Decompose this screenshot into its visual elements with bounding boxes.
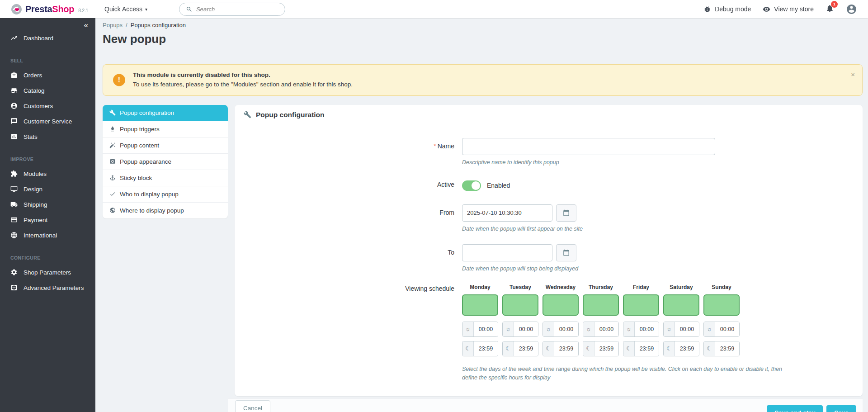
- eye-icon: [763, 5, 770, 13]
- tab-sticky-block[interactable]: Sticky block: [103, 170, 228, 186]
- day-toggle-block[interactable]: [583, 294, 619, 316]
- view-my-store-button[interactable]: View my store: [763, 5, 814, 13]
- end-time-input[interactable]: [715, 341, 739, 356]
- active-toggle[interactable]: [462, 180, 481, 191]
- prestashop-squirrel-icon: [11, 4, 22, 15]
- notifications-button[interactable]: 1: [826, 4, 834, 14]
- tab-popup-configuration[interactable]: Popup configuration: [103, 105, 228, 121]
- debug-mode-label: Debug mode: [715, 5, 751, 13]
- sidebar-item-orders[interactable]: Orders: [0, 68, 95, 82]
- sidebar-item-international[interactable]: International: [0, 228, 95, 242]
- end-time-input[interactable]: [514, 341, 538, 356]
- active-label: Active: [242, 178, 462, 204]
- sidebar-item-label: Design: [24, 186, 42, 193]
- moon-icon: ☾: [543, 341, 554, 356]
- to-date-input[interactable]: [462, 244, 552, 261]
- globe-icon: [109, 207, 116, 213]
- sidebar-item-modules[interactable]: Modules: [0, 166, 95, 181]
- day-toggle-block[interactable]: [542, 294, 579, 316]
- sun-icon: ☼: [704, 322, 715, 336]
- sun-icon: ☼: [664, 322, 675, 336]
- sidebar-item-label: Shipping: [24, 201, 47, 208]
- save-button[interactable]: Save: [826, 405, 856, 412]
- sidebar-item-payment[interactable]: Payment: [0, 213, 95, 227]
- bar-chart-icon: [10, 133, 18, 140]
- search-bar[interactable]: [179, 3, 285, 16]
- end-time-input[interactable]: [474, 341, 498, 356]
- name-input[interactable]: [462, 138, 715, 155]
- start-time-input[interactable]: [474, 322, 498, 336]
- end-time-input[interactable]: [635, 341, 659, 356]
- cancel-button[interactable]: Cancel: [235, 400, 270, 412]
- version-label: 8.2.1: [78, 8, 88, 13]
- tab-where-to-display[interactable]: Where to display popup: [103, 203, 228, 218]
- moon-icon: ☾: [503, 341, 514, 356]
- sidebar-item-shop-parameters[interactable]: Shop Parameters: [0, 265, 95, 279]
- warning-icon: !: [113, 74, 125, 86]
- sidebar-item-shipping[interactable]: Shipping: [0, 197, 95, 212]
- day-toggle-block[interactable]: [663, 294, 699, 316]
- sidebar-section-improve: IMPROVE: [0, 145, 95, 166]
- day-toggle-block[interactable]: [623, 294, 659, 316]
- end-time-group: ☾: [502, 341, 538, 356]
- tab-popup-content[interactable]: Popup content: [103, 137, 228, 154]
- person-circle-icon: [10, 102, 18, 109]
- view-my-store-label: View my store: [774, 5, 814, 13]
- start-time-group: ☼: [623, 322, 659, 337]
- day-toggle-block[interactable]: [462, 294, 498, 316]
- sidebar-item-customers[interactable]: Customers: [0, 99, 95, 113]
- start-time-input[interactable]: [635, 322, 659, 336]
- day-toggle-block[interactable]: [502, 294, 538, 316]
- to-calendar-button[interactable]: [556, 244, 576, 261]
- tab-popup-appearance[interactable]: Popup appearance: [103, 154, 228, 170]
- start-time-input[interactable]: [514, 322, 538, 336]
- quick-access-label: Quick Access: [104, 5, 142, 13]
- end-time-group: ☾: [542, 341, 579, 356]
- close-icon[interactable]: ×: [851, 69, 855, 80]
- day-toggle-block[interactable]: [703, 294, 740, 316]
- end-time-input[interactable]: [554, 341, 578, 356]
- breadcrumb-popups[interactable]: Popups: [103, 22, 123, 28]
- from-calendar-button[interactable]: [556, 204, 576, 222]
- tab-popup-triggers[interactable]: Popup triggers: [103, 121, 228, 137]
- sidebar-item-catalog[interactable]: Catalog: [0, 83, 95, 98]
- quick-access-dropdown[interactable]: Quick Access ▾: [104, 5, 147, 13]
- sun-icon: ☼: [623, 322, 635, 336]
- panel-title: Popup configuration: [256, 111, 325, 119]
- sidebar-item-dashboard[interactable]: Dashboard: [0, 31, 95, 45]
- alert-text: To use its features, please go to the "M…: [133, 80, 842, 90]
- sidebar-item-design[interactable]: Design: [0, 182, 95, 196]
- breadcrumb-separator: /: [126, 22, 127, 28]
- prestashop-logo[interactable]: PrestaShop 8.2.1: [0, 4, 95, 15]
- start-time-input[interactable]: [594, 322, 618, 336]
- schedule-day-thursday: Thursday ☼ ☾: [583, 284, 619, 360]
- logo-text: PrestaShop: [25, 4, 74, 14]
- sidebar-item-label: Dashboard: [24, 35, 53, 42]
- sidebar-item-advanced-parameters[interactable]: Advanced Parameters: [0, 280, 95, 295]
- end-time-input[interactable]: [594, 341, 618, 356]
- sidebar-collapse-button[interactable]: «: [84, 21, 88, 30]
- end-time-input[interactable]: [675, 341, 699, 356]
- schedule-day-wednesday: Wednesday ☼ ☾: [542, 284, 579, 360]
- account-icon[interactable]: [846, 4, 857, 15]
- name-label: *Name: [242, 138, 462, 178]
- check-icon: [109, 191, 116, 197]
- search-input[interactable]: [196, 6, 278, 13]
- sun-icon: ☼: [543, 322, 554, 336]
- panel-header: Popup configuration: [235, 105, 863, 125]
- schedule-day-friday: Friday ☼ ☾: [623, 284, 659, 360]
- debug-mode-button[interactable]: Debug mode: [703, 5, 751, 13]
- sidebar-item-label: Advanced Parameters: [24, 284, 84, 291]
- tab-who-to-display[interactable]: Who to display popup: [103, 186, 228, 203]
- tab-label: Popup triggers: [120, 126, 160, 133]
- start-time-input[interactable]: [675, 322, 699, 336]
- sidebar-item-customer-service[interactable]: Customer Service: [0, 114, 95, 128]
- sidebar-item-stats[interactable]: Stats: [0, 129, 95, 144]
- end-time-group: ☾: [663, 341, 699, 356]
- end-time-group: ☾: [583, 341, 619, 356]
- from-date-input[interactable]: [462, 204, 552, 222]
- sun-icon: ☼: [503, 322, 514, 336]
- save-and-stay-button[interactable]: Save and stay: [767, 405, 823, 412]
- start-time-input[interactable]: [554, 322, 578, 336]
- start-time-input[interactable]: [715, 322, 739, 336]
